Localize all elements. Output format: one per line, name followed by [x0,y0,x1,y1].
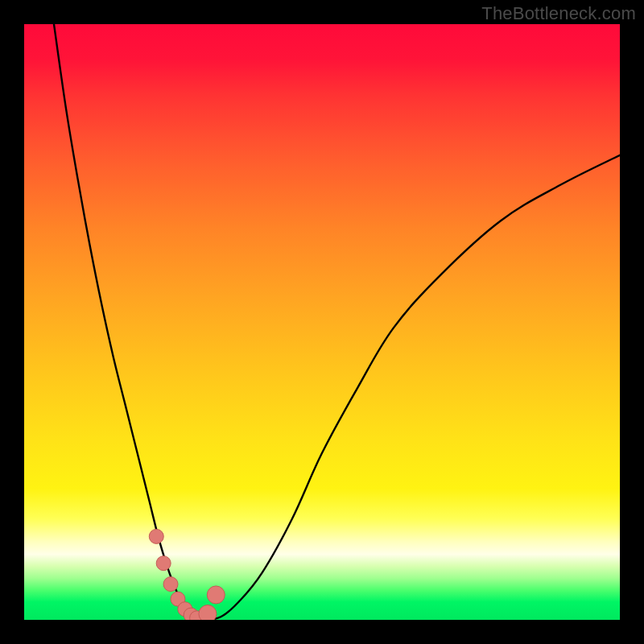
marker-dot [156,556,171,571]
highlight-markers [149,529,225,620]
chart-svg [24,24,620,620]
watermark-text: TheBottleneck.com [481,3,636,24]
marker-dot [163,577,178,592]
marker-dot [199,605,217,620]
marker-dot [149,529,163,543]
plot-area [24,24,620,620]
chart-frame: TheBottleneck.com [0,0,644,644]
marker-dot [207,586,225,604]
bottleneck-curve [54,24,620,620]
